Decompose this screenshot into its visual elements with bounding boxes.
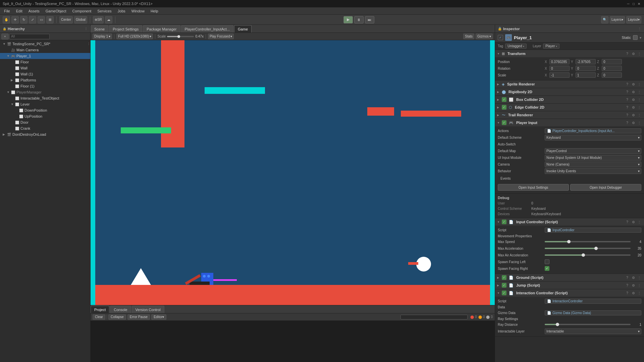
sr-info-btn[interactable]: ?	[625, 81, 630, 87]
trail-renderer-header[interactable]: ▶ 〜 Trail Renderer ? ⚙ ⋮	[495, 111, 644, 119]
rb-overflow-btn[interactable]: ⋮	[637, 89, 642, 95]
hierarchy-item-player-manager[interactable]: ▼ ⬜ PlayerManager	[0, 89, 90, 95]
hierarchy-lock-icon[interactable]: 🔒	[3, 27, 6, 31]
object-active-checkbox[interactable]: ✓	[498, 35, 503, 40]
layers-dropdown[interactable]: Layers ▾	[610, 16, 625, 23]
sprite-renderer-header[interactable]: ▶ ◈ Sprite Renderer ? ⚙ ⋮	[495, 80, 644, 88]
scale-slider[interactable]	[167, 36, 194, 37]
hierarchy-item-main-camera[interactable]: 🎥 Main Camera	[0, 47, 90, 53]
object-name[interactable]: Player_1	[514, 35, 620, 40]
bc-enabled-checkbox[interactable]: ✓	[502, 97, 506, 102]
open-input-settings-btn[interactable]: Open Input Settings	[498, 184, 569, 191]
player-input-header[interactable]: ▼ ✓ 🎮 Player Input ? ⚙ ⋮	[495, 119, 644, 126]
menu-component[interactable]: Component	[69, 8, 94, 14]
rigidbody-header[interactable]: ▶ ⬤ Rigidbody 2D ? ⚙ ⋮	[495, 88, 644, 96]
rot-z-input[interactable]	[602, 66, 622, 71]
layout-dropdown[interactable]: Layout ▾	[626, 16, 641, 23]
scale-z-input[interactable]	[602, 72, 622, 78]
sr-settings-btn[interactable]: ⚙	[631, 81, 636, 87]
icc-enabled-checkbox[interactable]: ✓	[502, 291, 506, 295]
pos-z-input[interactable]	[602, 59, 622, 64]
error-pause-button[interactable]: Error Pause	[127, 314, 150, 320]
tab-project[interactable]: Project	[91, 306, 109, 313]
tab-scene[interactable]: Scene	[91, 25, 108, 33]
sr-overflow-btn[interactable]: ⋮	[637, 81, 642, 87]
hierarchy-add-button[interactable]: +	[1, 34, 9, 40]
scale-tool[interactable]: ⤢	[29, 16, 36, 23]
transform-info-btn[interactable]: ?	[625, 51, 630, 56]
editor-dropdown[interactable]: Editor ▾	[151, 314, 166, 320]
gs-enabled-checkbox[interactable]: ✓	[502, 275, 506, 280]
hierarchy-item-lever[interactable]: ▼ ⬜ Lever	[0, 101, 90, 107]
icc-script-value[interactable]: 📄 InteractionController	[545, 299, 641, 304]
scale-y-input[interactable]	[576, 72, 596, 78]
actions-value[interactable]: 📄 PlayerController_InputActions (Input A…	[545, 128, 641, 133]
box-collider-header[interactable]: ▶ ✓ ⬜ Box Collider 2D ? ⚙ ⋮	[495, 96, 644, 103]
pos-x-input[interactable]	[549, 59, 570, 64]
ic-overflow-btn[interactable]: ⋮	[637, 219, 642, 225]
ic-enabled-checkbox[interactable]: ✓	[502, 220, 506, 224]
pause-button[interactable]: ⏸	[354, 16, 364, 23]
inspector-overflow-icon[interactable]: ⋮	[638, 27, 641, 31]
ground-header[interactable]: ▶ ✓ 📄 Ground (Script) ? ⚙ ⋮	[495, 274, 644, 281]
hierarchy-item-wall1[interactable]: ⬜ Wall (1)	[0, 71, 90, 77]
tab-game[interactable]: Game	[234, 25, 252, 33]
tab-package-manager[interactable]: Package Manager	[143, 25, 180, 33]
hierarchy-item-up-position[interactable]: ⬜ UpPosition	[0, 113, 90, 119]
rotate-tool[interactable]: ↻	[20, 16, 28, 23]
gizmos-btn[interactable]: Gizmos ▾	[476, 34, 493, 39]
ec-info-btn[interactable]: ?	[625, 105, 630, 110]
icc-info-btn[interactable]: ?	[625, 290, 630, 296]
rot-x-input[interactable]	[549, 66, 570, 71]
max-air-slider[interactable]	[545, 254, 631, 256]
hierarchy-item-wall[interactable]: ⬜ Wall	[0, 65, 90, 71]
tab-project-settings[interactable]: Project Settings	[109, 25, 142, 33]
hierarchy-item-dontdestroyonload[interactable]: ▶ 🎬 DontDestroyOnLoad	[0, 131, 90, 137]
tab-console[interactable]: Console	[110, 306, 131, 313]
menu-jobs[interactable]: Jobs	[115, 8, 128, 14]
menu-services[interactable]: Services	[95, 8, 114, 14]
bc-overflow-btn[interactable]: ⋮	[637, 97, 642, 102]
icc-header[interactable]: ▼ ✓ 📄 Interaction Controller (Script) ? …	[495, 289, 644, 297]
tr-overflow-btn[interactable]: ⋮	[637, 112, 642, 118]
stats-btn[interactable]: Stats	[463, 34, 474, 39]
ic-script-value[interactable]: 📄 InputController	[545, 228, 641, 233]
console-search-input[interactable]	[400, 315, 468, 319]
hierarchy-item-scene[interactable]: ▼ 🎬 TestingScene_PC_SR* ⋮	[0, 41, 90, 47]
gs-overflow-btn[interactable]: ⋮	[637, 275, 642, 280]
scene-options-icon[interactable]: ⋮	[87, 42, 90, 46]
default-scheme-dropdown[interactable]: Keyboard ▾	[545, 135, 641, 140]
gs-settings-btn[interactable]: ⚙	[631, 275, 636, 280]
hierarchy-item-platforms[interactable]: ▶ ⬜ Platforms	[0, 77, 90, 83]
transform-header[interactable]: ▼ ⊞ Transform ? ⚙ ⋮	[495, 50, 644, 57]
tab-player-controller[interactable]: PlayerController_InputAct...	[181, 25, 234, 33]
pi-settings-btn[interactable]: ⚙	[631, 120, 636, 125]
ray-distance-slider[interactable]	[545, 324, 631, 325]
ui-input-dropdown[interactable]: None (Input System UI Input Module) ▾	[545, 155, 641, 161]
ic-header[interactable]: ▼ ✓ 📄 Input Controller (Script) ? ⚙ ⋮	[495, 218, 644, 226]
ec-overflow-btn[interactable]: ⋮	[637, 105, 642, 110]
step-button[interactable]: ⏭	[365, 16, 374, 23]
play-button[interactable]: ▶	[343, 16, 353, 23]
hand-tool[interactable]: ✋	[3, 16, 10, 23]
max-accel-slider[interactable]	[545, 248, 631, 249]
js-enabled-checkbox[interactable]: ✓	[502, 283, 506, 288]
clear-button[interactable]: Clear	[93, 314, 105, 320]
rect-tool[interactable]: ▭	[38, 16, 45, 23]
display-dropdown[interactable]: Display 1 ▾	[93, 34, 112, 39]
static-dropdown-arrow[interactable]: ▾	[640, 36, 641, 40]
ec-enabled-checkbox[interactable]: ✓	[502, 105, 506, 110]
tab-version-control[interactable]: Version Control	[132, 306, 164, 313]
window-controls[interactable]: ─ □ ✕	[626, 1, 641, 6]
rot-y-input[interactable]	[576, 66, 596, 71]
hierarchy-item-player1[interactable]: ▼ 🎮 Player_1	[0, 53, 90, 59]
spawn-right-checkbox[interactable]: ✓	[545, 266, 549, 271]
gizmo-value[interactable]: 📄 Gizmo Data (Gizmo Data)	[545, 310, 641, 315]
hierarchy-overflow-icon[interactable]: ⋮	[85, 27, 88, 31]
camera-dropdown[interactable]: None (Camera) ▾	[545, 162, 641, 167]
pi-enabled-checkbox[interactable]: ✓	[502, 120, 506, 125]
tr-settings-btn[interactable]: ⚙	[631, 112, 636, 118]
bc-info-btn[interactable]: ?	[625, 97, 630, 102]
edge-collider-header[interactable]: ▶ ✓ ⬡ Edge Collider 2D ? ⚙ ⋮	[495, 104, 644, 111]
ic-settings-btn[interactable]: ⚙	[631, 219, 636, 225]
